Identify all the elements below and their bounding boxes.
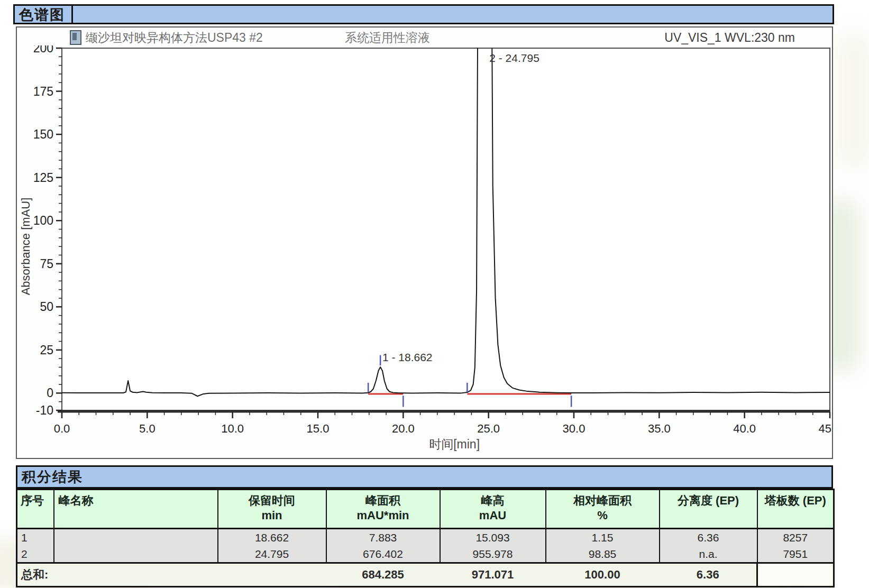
sum-cell: 684.285	[326, 563, 440, 587]
y-axis-label: Absorbance [mAU]	[19, 198, 32, 296]
column-header-7: 塔板数 (EP)	[757, 490, 834, 529]
svg-text:5.0: 5.0	[139, 422, 155, 435]
svg-text:125: 125	[33, 171, 53, 185]
table-cell: n.a.	[660, 546, 757, 563]
table-cell: 1.15	[546, 529, 660, 546]
column-header-6: 分离度 (EP)	[660, 490, 757, 529]
column-header-2: 保留时间min	[218, 490, 326, 529]
svg-text:0: 0	[47, 386, 53, 400]
table-cell: 18.662	[218, 529, 326, 546]
table-row-2: 224.795676.402955.97898.85n.a.7951	[17, 546, 834, 563]
chart-header: 缬沙坦对映异构体方法USP43 #2 系统适用性溶液 UV_VIS_1 WVL:…	[17, 30, 832, 45]
svg-text:200: 200	[33, 45, 53, 55]
svg-text:175: 175	[33, 85, 53, 98]
svg-text:-10: -10	[36, 403, 53, 417]
peak-label-1: 1 - 18.662	[382, 351, 433, 363]
table-cell: 955.978	[440, 546, 546, 563]
table-cell: 8257	[757, 529, 834, 546]
svg-text:50: 50	[40, 300, 53, 314]
table-cell	[54, 529, 218, 546]
table-cell: 15.093	[440, 529, 546, 546]
peak-label-2: 2 - 24.795	[489, 52, 539, 64]
table-cell: 6.36	[660, 529, 757, 546]
chart-title-left-wrap: 缬沙坦对映异构体方法USP43 #2	[70, 30, 263, 46]
results-title: 积分结果	[22, 467, 83, 486]
svg-text:35.0: 35.0	[648, 422, 671, 435]
svg-text:100: 100	[33, 214, 53, 227]
chromatogram-frame: 缬沙坦对映异构体方法USP43 #2 系统适用性溶液 UV_VIS_1 WVL:…	[16, 26, 833, 459]
table-header-row: 序号峰名称保留时间min峰面积mAU*min峰高mAU相对峰面积%分离度 (EP…	[17, 490, 834, 529]
svg-text:30.0: 30.0	[563, 422, 586, 435]
svg-text:25: 25	[40, 343, 53, 357]
sum-cell	[757, 563, 834, 587]
x-axis: 0.05.010.015.020.025.030.035.040.045.0时间…	[54, 412, 832, 451]
scan-artifact	[836, 32, 869, 169]
svg-text:15.0: 15.0	[307, 422, 330, 435]
svg-text:45.0: 45.0	[819, 422, 832, 435]
chart-title-center: 系统适用性溶液	[345, 30, 430, 46]
svg-text:25.0: 25.0	[477, 422, 500, 435]
table-cell: 7.883	[326, 529, 440, 546]
chart-title-left: 缬沙坦对映异构体方法USP43 #2	[86, 30, 263, 46]
results-section-bar: 积分结果	[16, 465, 833, 489]
chart-title-right: UV_VIS_1 WVL:230 nm	[664, 31, 795, 45]
column-header-0: 序号	[17, 490, 54, 529]
table-cell: 24.795	[218, 546, 326, 563]
svg-text:75: 75	[40, 257, 53, 271]
table-cell	[54, 546, 218, 563]
x-axis-label: 时间[min]	[429, 437, 480, 451]
sum-cell	[218, 563, 326, 587]
svg-text:40.0: 40.0	[733, 422, 756, 435]
injection-icon	[70, 30, 81, 45]
column-header-5: 相对峰面积%	[546, 490, 660, 529]
sum-label: 总和:	[17, 563, 218, 587]
chromatogram-plot: 0.05.010.015.020.025.030.035.040.045.0时间…	[17, 45, 832, 458]
section-title: 色谱图	[13, 4, 73, 24]
table-cell: 98.85	[546, 546, 660, 563]
integration-results-table: 序号峰名称保留时间min峰面积mAU*min峰高mAU相对峰面积%分离度 (EP…	[16, 489, 835, 587]
column-header-1: 峰名称	[54, 490, 218, 529]
chromatogram-section-bar: 色谱图	[13, 4, 834, 24]
sum-row: 总和:684.285971.071100.006.36	[17, 563, 834, 587]
svg-text:20.0: 20.0	[392, 422, 415, 435]
table-cell: 2	[17, 546, 54, 563]
svg-text:0.0: 0.0	[54, 422, 70, 435]
svg-text:10.0: 10.0	[221, 422, 244, 435]
table-cell: 1	[17, 529, 54, 546]
sum-cell: 100.00	[546, 563, 660, 587]
table-cell: 676.402	[326, 546, 440, 563]
column-header-4: 峰高mAU	[440, 490, 546, 529]
svg-text:150: 150	[33, 127, 53, 141]
table-cell: 7951	[757, 546, 834, 563]
plot-border	[62, 48, 830, 410]
column-header-3: 峰面积mAU*min	[326, 490, 440, 529]
table-row-1: 118.6627.88315.0931.156.368257	[17, 529, 834, 546]
sum-cell: 971.071	[440, 563, 546, 587]
table-body: 118.6627.88315.0931.156.368257224.795676…	[17, 529, 834, 587]
sum-cell: 6.36	[660, 563, 757, 587]
y-axis: -100255075100125150175200Absorbance [mAU…	[19, 45, 62, 417]
